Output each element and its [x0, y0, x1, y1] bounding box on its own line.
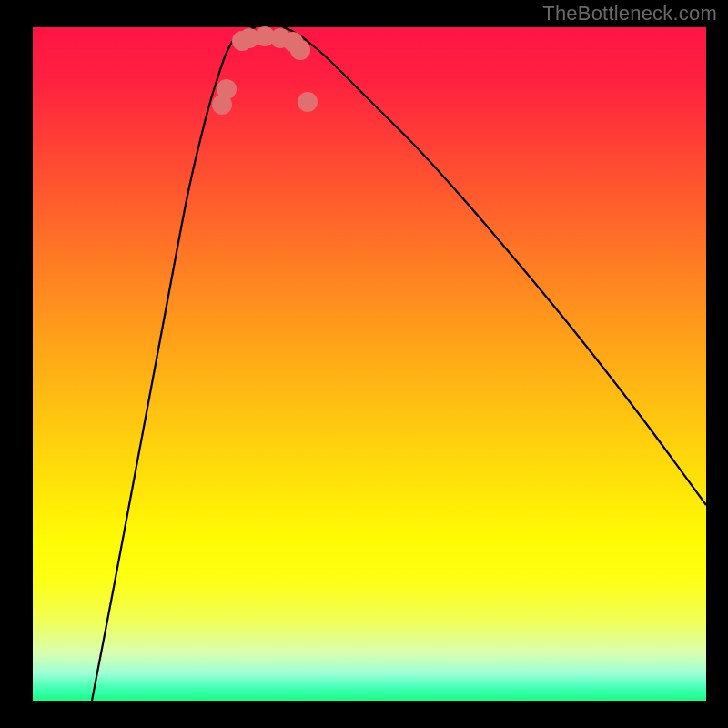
curve-lines [92, 27, 706, 701]
series-left-branch [92, 27, 256, 701]
valley-markers [212, 26, 318, 115]
plot-area [33, 27, 706, 701]
valley-point [217, 79, 237, 99]
series-right-branch [283, 27, 706, 505]
chart-frame: TheBottleneck.com [0, 0, 728, 728]
valley-point [298, 92, 318, 112]
valley-point [290, 40, 310, 60]
watermark-text: TheBottleneck.com [542, 2, 717, 25]
curve-svg [33, 27, 706, 701]
